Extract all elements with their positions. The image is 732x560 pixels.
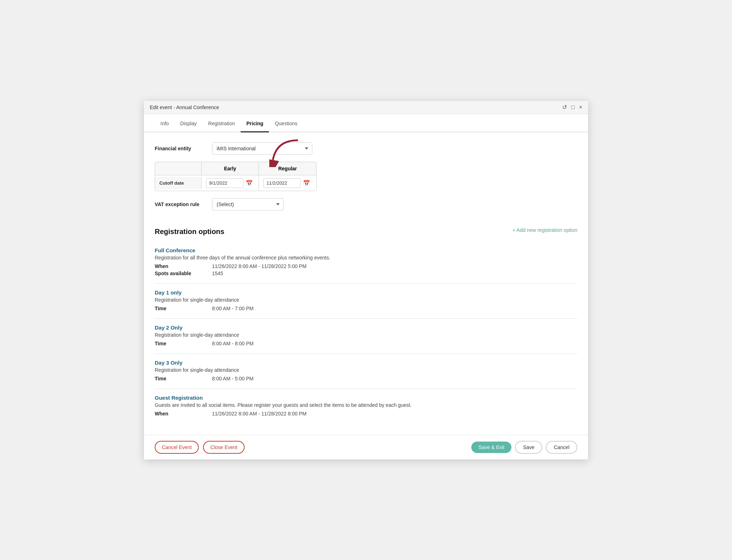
save-exit-button[interactable]: Save & Exit [471, 442, 511, 453]
tab-questions[interactable]: Questions [269, 114, 303, 132]
footer-left: Cancel Event Close Event [155, 441, 245, 454]
registration-options-header: Registration options + Add new registrat… [155, 219, 577, 242]
reg-option-title[interactable]: Day 3 Only [155, 360, 577, 366]
reg-option-title[interactable]: Full Conference [155, 247, 577, 253]
early-date-input[interactable] [206, 178, 244, 188]
maximize-icon[interactable]: □ [571, 104, 575, 110]
tab-pricing[interactable]: Pricing [241, 114, 269, 132]
add-registration-option-button[interactable]: + Add new registration option [512, 227, 577, 233]
reg-option-detail: When 11/26/2022 8:00 AM - 11/28/2022 8:0… [155, 411, 577, 417]
regular-date-input[interactable] [263, 178, 301, 188]
tab-registration[interactable]: Registration [202, 114, 241, 132]
financial-entity-label: Financial entity [155, 146, 212, 151]
titlebar: Edit event - Annual Conference ↺ □ × [144, 101, 588, 114]
tab-display[interactable]: Display [174, 114, 202, 132]
vat-select[interactable]: (Select) [212, 198, 284, 210]
vat-row: VAT exception rule (Select) [155, 198, 577, 210]
save-button[interactable]: Save [515, 441, 542, 454]
refresh-icon[interactable]: ↺ [562, 104, 567, 110]
regular-calendar-icon[interactable]: 📅 [303, 180, 310, 186]
tab-bar: Info Display Registration Pricing Questi… [144, 114, 588, 132]
reg-option-detail: Time 8:00 AM - 5:00 PM [155, 376, 577, 381]
financial-entity-row: Financial entity iMIS International [155, 142, 577, 155]
list-item: Day 1 only Registration for single-day a… [155, 283, 577, 318]
regular-date-cell: 📅 [259, 175, 316, 191]
reg-option-detail: Spots available 1545 [155, 271, 577, 276]
reg-option-title[interactable]: Day 2 Only [155, 325, 577, 331]
footer-right: Save & Exit Save Cancel [471, 441, 577, 454]
registration-options-list: Full Conference Registration for all thr… [155, 242, 577, 424]
reg-option-desc: Registration for single-day attendance [155, 367, 577, 373]
modal-dialog: Edit event - Annual Conference ↺ □ × Inf… [144, 101, 588, 459]
early-col-header: Early [202, 162, 259, 175]
reg-option-detail: Time 8:00 AM - 7:00 PM [155, 306, 577, 311]
cutoff-date-table: Early Regular Cutoff date 📅 📅 [155, 162, 317, 191]
tab-info[interactable]: Info [155, 114, 174, 132]
list-item: Day 2 Only Registration for single-day a… [155, 318, 577, 354]
modal-title: Edit event - Annual Conference [150, 104, 219, 110]
reg-option-detail: When 11/26/2022 8:00 AM - 11/28/2022 5:0… [155, 263, 577, 269]
reg-option-detail: Time 8:00 AM - 8:00 PM [155, 341, 577, 346]
vat-label: VAT exception rule [155, 201, 212, 207]
list-item: Guest Registration Guests are invited to… [155, 389, 577, 424]
list-item: Day 3 Only Registration for single-day a… [155, 354, 577, 389]
modal-body: Financial entity iMIS International Earl… [144, 132, 588, 459]
financial-entity-select[interactable]: iMIS International [212, 142, 312, 155]
cutoff-table-header: Early Regular [155, 162, 316, 175]
list-item: Full Conference Registration for all thr… [155, 242, 577, 283]
titlebar-controls: ↺ □ × [562, 104, 582, 110]
cancel-event-button[interactable]: Cancel Event [155, 441, 199, 454]
registration-options-title: Registration options [155, 228, 224, 236]
early-date-cell: 📅 [202, 175, 259, 191]
reg-option-desc: Registration for all three days of the a… [155, 255, 577, 260]
reg-option-title[interactable]: Guest Registration [155, 395, 577, 401]
cutoff-row-label: Cutoff date [155, 177, 202, 189]
close-icon[interactable]: × [579, 104, 582, 110]
reg-option-desc: Guests are invited to all social items. … [155, 402, 577, 408]
reg-option-desc: Registration for single-day attendance [155, 332, 577, 338]
reg-option-desc: Registration for single-day attendance [155, 297, 577, 303]
regular-col-header: Regular [259, 162, 316, 175]
cancel-button[interactable]: Cancel [546, 441, 577, 454]
cutoff-date-row: Cutoff date 📅 📅 [155, 175, 316, 191]
reg-option-title[interactable]: Day 1 only [155, 289, 577, 296]
close-event-button[interactable]: Close Event [203, 441, 244, 454]
modal-footer: Cancel Event Close Event Save & Exit Sav… [144, 435, 588, 459]
early-calendar-icon[interactable]: 📅 [246, 180, 253, 186]
